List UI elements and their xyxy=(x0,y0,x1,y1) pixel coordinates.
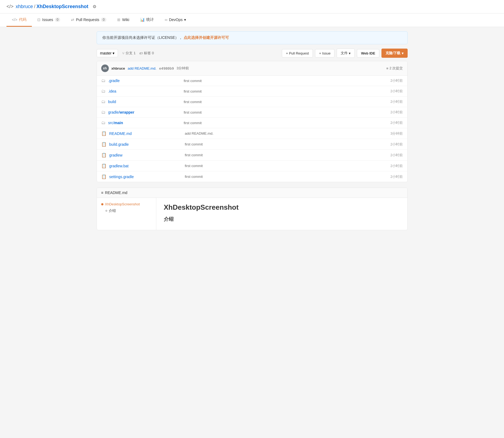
file-name[interactable]: gradlew xyxy=(109,153,185,157)
license-text-before: 你当前开源项目尚未选择许可证（LICENSE）， xyxy=(102,35,183,40)
commit-hash: e4980b9 xyxy=(159,66,174,70)
table-row: 🗂.gradlefirst commit2小时前 xyxy=(97,76,407,86)
file-name[interactable]: build.gradle xyxy=(109,142,185,147)
file-commit-msg: first commit xyxy=(184,110,381,114)
file-icon: 📋 xyxy=(101,163,107,168)
file-time: 2小时前 xyxy=(381,153,403,158)
readme-body: XhDesktopScreenshot介绍 XhDesktopScreensho… xyxy=(97,198,407,230)
settings-icon[interactable]: ⚙ xyxy=(93,4,96,9)
branch-name: master xyxy=(100,51,112,55)
repo-header: </> xhbruce/XhDesktopScreenshot ⚙ xyxy=(0,0,504,13)
file-name[interactable]: gradlew.bat xyxy=(109,164,185,168)
toc-sub-dot xyxy=(106,210,107,212)
file-commit-msg: first commit xyxy=(184,79,381,83)
tab-pull-requests[interactable]: ⇄ Pull Requests 0 xyxy=(66,14,112,26)
readme-section: ≡ README.md XhDesktopScreenshot介绍 XhDesk… xyxy=(97,188,408,230)
repo-separator: / xyxy=(34,4,35,9)
file-time: 2小时前 xyxy=(381,120,403,125)
file-table: xh xhbruce add README.md. e4980b9 3分钟前 ≡… xyxy=(97,61,408,182)
tab-code-label: 代码 xyxy=(19,17,26,22)
file-button-label: 文件 xyxy=(341,51,348,56)
clone-button[interactable]: 克隆/下载 ▾ xyxy=(381,49,408,58)
code-tab-icon: </> xyxy=(12,18,17,22)
commit-header: xh xhbruce add README.md. e4980b9 3分钟前 ≡… xyxy=(97,61,407,76)
chevron-down-icon: ▾ xyxy=(184,18,186,22)
tab-stats-label: 统计 xyxy=(146,17,154,22)
readme-header-icon: ≡ xyxy=(101,191,103,195)
table-row: 📋build.gradlefirst commit2小时前 xyxy=(97,139,407,150)
file-name[interactable]: .idea xyxy=(108,89,184,93)
file-button[interactable]: 文件 ▾ xyxy=(337,49,355,58)
code-icon: </> xyxy=(6,4,13,9)
file-icon: 📋 xyxy=(101,152,107,158)
branch-count-label: 分支 1 xyxy=(126,51,136,56)
file-name[interactable]: src/main xyxy=(108,121,184,125)
table-row: 📋README.mdadd README.md.3分钟前 xyxy=(97,128,407,139)
tab-stats[interactable]: 📊 统计 xyxy=(135,13,159,27)
tab-issues-label: Issues xyxy=(42,18,53,22)
file-time: 2小时前 xyxy=(381,110,403,115)
tab-issues[interactable]: ⊡ Issues 0 xyxy=(32,14,66,26)
branch-select[interactable]: master ▾ xyxy=(97,49,118,57)
file-commit-msg: first commit xyxy=(185,142,381,146)
file-commit-msg: first commit xyxy=(184,121,381,125)
toc-item-label: XhDesktopScreenshot xyxy=(105,202,140,206)
readme-toc: XhDesktopScreenshot介绍 xyxy=(97,198,156,230)
tab-code[interactable]: </> 代码 xyxy=(6,13,32,27)
branch-bar: master ▾ ⑂ 分支 1 🏷 标签 0 + Pull Request + … xyxy=(97,49,408,58)
file-time: 2小时前 xyxy=(381,164,403,168)
branch-right: + Pull Request + Issue 文件 ▾ Web IDE 克隆/下… xyxy=(282,49,407,58)
commit-time: 3分钟前 xyxy=(177,66,189,71)
avatar: xh xyxy=(101,64,109,72)
file-chevron-icon: ▾ xyxy=(349,51,351,55)
file-time: 2小时前 xyxy=(381,142,403,147)
issues-tab-icon: ⊡ xyxy=(37,18,40,22)
file-time: 3分钟前 xyxy=(381,131,403,136)
tab-wiki[interactable]: ⊞ Wiki xyxy=(112,14,134,26)
file-commit-msg: first commit xyxy=(185,164,381,168)
file-commit-msg: first commit xyxy=(185,153,381,157)
commit-author[interactable]: xhbruce xyxy=(111,66,125,70)
folder-icon: 🗂 xyxy=(101,99,106,104)
license-link[interactable]: 点此选择并创建开源许可可 xyxy=(184,35,229,40)
commit-info: xhbruce add README.md. e4980b9 3分钟前 xyxy=(111,66,384,71)
web-ide-button[interactable]: Web IDE xyxy=(357,49,379,57)
commit-count-label: 2 次提交 xyxy=(390,66,403,71)
file-name[interactable]: README.md xyxy=(109,131,185,136)
repo-name-link[interactable]: XhDesktopScreenshot xyxy=(36,4,88,9)
readme-content: XhDesktopScreenshot 介绍 xyxy=(156,198,407,230)
devops-tab-icon: ∞ xyxy=(165,18,167,22)
file-commit-msg: add README.md. xyxy=(185,131,381,135)
folder-icon: 🗂 xyxy=(101,120,106,125)
table-row: 🗂.ideafirst commit2小时前 xyxy=(97,86,407,97)
issue-button[interactable]: + Issue xyxy=(315,49,334,57)
branch-icon: ⑂ xyxy=(122,51,124,55)
file-rows: 🗂.gradlefirst commit2小时前🗂.ideafirst comm… xyxy=(97,76,407,182)
file-icon: 📋 xyxy=(101,131,107,136)
repo-owner-link[interactable]: xhbruce xyxy=(16,4,33,9)
license-banner: 你当前开源项目尚未选择许可证（LICENSE）， 点此选择并创建开源许可可 xyxy=(97,31,408,44)
table-row: 📋gradlewfirst commit2小时前 xyxy=(97,150,407,161)
tab-devops-label: DevOps xyxy=(169,18,183,22)
file-time: 2小时前 xyxy=(381,89,403,94)
tab-devops[interactable]: ∞ DevOps ▾ xyxy=(159,14,192,26)
file-commit-msg: first commit xyxy=(185,175,381,179)
toc-item-label: 介绍 xyxy=(109,208,116,213)
commit-count: ≡ 2 次提交 xyxy=(386,66,403,71)
main-content: 你当前开源项目尚未选择许可证（LICENSE）， 点此选择并创建开源许可可 ma… xyxy=(90,31,414,230)
toc-item[interactable]: XhDesktopScreenshot xyxy=(101,202,152,206)
file-name[interactable]: build xyxy=(108,100,184,104)
pr-badge: 0 xyxy=(101,18,107,22)
tag-count-label: 标签 0 xyxy=(144,51,154,56)
commit-message[interactable]: add README.md. xyxy=(128,66,156,70)
table-row: 🗂src/mainfirst commit2小时前 xyxy=(97,118,407,128)
pull-request-button[interactable]: + Pull Request xyxy=(282,49,313,57)
file-icon: 📋 xyxy=(101,174,107,179)
file-name[interactable]: settings.gradle xyxy=(109,175,185,179)
file-name[interactable]: gradle/wrapper xyxy=(108,110,184,114)
tag-icon: 🏷 xyxy=(139,51,143,55)
folder-icon: 🗂 xyxy=(101,110,106,115)
toc-item[interactable]: 介绍 xyxy=(101,208,152,213)
file-name[interactable]: .gradle xyxy=(108,79,184,83)
branch-left: master ▾ ⑂ 分支 1 🏷 标签 0 xyxy=(97,49,154,57)
